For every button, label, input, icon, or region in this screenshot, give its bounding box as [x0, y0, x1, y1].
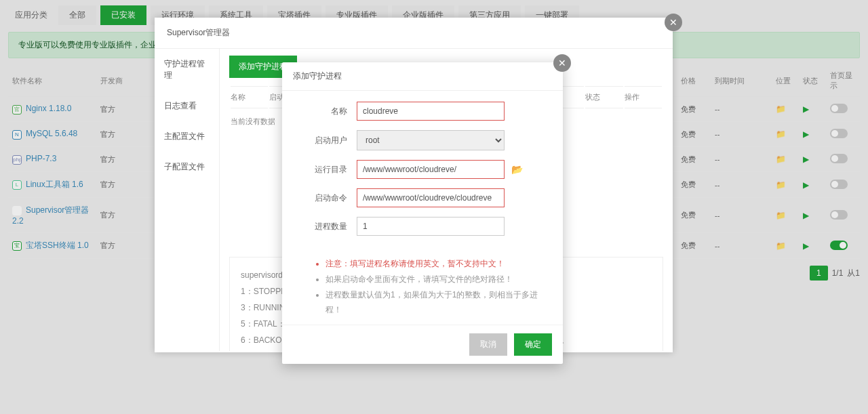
dir-input[interactable]: [357, 160, 505, 179]
confirm-button[interactable]: 确定: [514, 333, 552, 356]
folder-open-icon[interactable]: 📂: [511, 164, 523, 175]
menu-main-conf[interactable]: 主配置文件: [155, 121, 219, 152]
add-process-modal: 添加守护进程 ✕ 名称 启动用户 root 运行目录 📂 启动命令 进程数量 注…: [282, 62, 563, 364]
modal1-sidemenu: 守护进程管理 日志查看 主配置文件 子配置文件: [155, 49, 220, 351]
name-input[interactable]: [357, 102, 505, 121]
label-cmd: 启动命令: [296, 192, 347, 204]
label-count: 进程数量: [296, 221, 347, 232]
label-name: 名称: [296, 106, 347, 117]
modal1-title: Supervisor管理器: [167, 28, 230, 37]
modal2-title: 添加守护进程: [293, 71, 342, 81]
cancel-button[interactable]: 取消: [469, 333, 507, 356]
cmd-input[interactable]: [357, 188, 505, 207]
user-select[interactable]: root: [357, 130, 505, 150]
label-dir: 运行目录: [296, 164, 347, 175]
notes-list: 注意：填写进程名称请使用英文，暂不支持中文！ 如果启动命令里面有文件，请填写文件…: [282, 256, 563, 325]
menu-process[interactable]: 守护进程管理: [155, 49, 219, 91]
menu-sub-conf[interactable]: 子配置文件: [155, 152, 219, 182]
close-icon[interactable]: ✕: [665, 14, 682, 31]
count-input[interactable]: [357, 217, 505, 236]
close-icon[interactable]: ✕: [553, 54, 571, 72]
menu-log[interactable]: 日志查看: [155, 91, 219, 121]
label-user: 启动用户: [296, 135, 347, 146]
